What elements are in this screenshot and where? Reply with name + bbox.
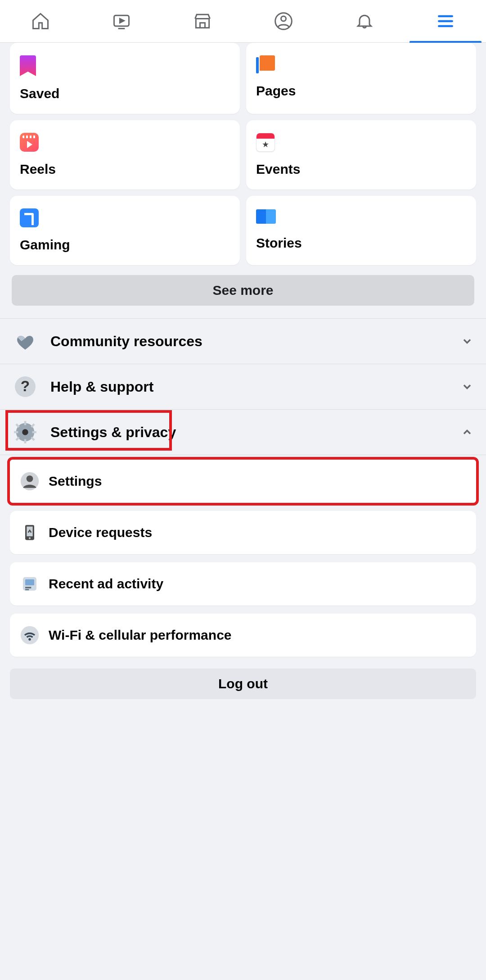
svg-point-28 bbox=[21, 626, 39, 644]
section-title: Help & support bbox=[50, 379, 448, 395]
settings-item-recent-ad-activity[interactable]: Recent ad activity bbox=[10, 562, 476, 605]
log-out-button[interactable]: Log out bbox=[10, 668, 476, 699]
gaming-icon bbox=[20, 208, 39, 227]
svg-rect-27 bbox=[25, 589, 29, 591]
svg-text:?: ? bbox=[21, 378, 30, 394]
settings-item-settings[interactable]: Settings bbox=[10, 460, 476, 503]
svg-rect-10 bbox=[24, 421, 27, 425]
pages-icon bbox=[256, 55, 276, 73]
svg-point-18 bbox=[22, 429, 28, 435]
settings-item-device-requests[interactable]: Device requests bbox=[10, 511, 476, 554]
shortcut-grid: Saved Pages Reels Events Gaming Stories bbox=[0, 43, 486, 275]
nav-watch[interactable] bbox=[81, 0, 162, 42]
svg-point-23 bbox=[29, 537, 31, 539]
section-title: Community resources bbox=[50, 333, 448, 350]
svg-point-29 bbox=[28, 638, 31, 641]
settings-privacy-subitems: Settings Device requests Recent ad activ… bbox=[0, 455, 486, 657]
shortcut-label: Gaming bbox=[20, 237, 230, 253]
nav-home[interactable] bbox=[0, 0, 81, 42]
top-nav bbox=[0, 0, 486, 43]
svg-rect-11 bbox=[24, 439, 27, 443]
shortcut-label: Reels bbox=[20, 162, 230, 177]
section-help-support[interactable]: ? Help & support bbox=[0, 364, 486, 409]
sub-item-label: Wi-Fi & cellular performance bbox=[49, 628, 232, 643]
svg-rect-12 bbox=[14, 431, 18, 434]
svg-rect-13 bbox=[32, 431, 36, 434]
log-out-label: Log out bbox=[218, 676, 268, 691]
device-icon bbox=[20, 523, 40, 542]
shortcut-events[interactable]: Events bbox=[246, 120, 476, 190]
sub-item-label: Settings bbox=[49, 474, 102, 489]
nav-marketplace[interactable] bbox=[162, 0, 243, 42]
svg-rect-22 bbox=[27, 527, 32, 537]
shortcut-pages[interactable]: Pages bbox=[246, 43, 476, 114]
shortcut-gaming[interactable]: Gaming bbox=[10, 196, 240, 265]
settings-profile-icon bbox=[20, 471, 40, 491]
shortcut-reels[interactable]: Reels bbox=[10, 120, 240, 190]
shortcut-label: Saved bbox=[20, 86, 230, 101]
home-icon bbox=[31, 11, 50, 31]
nav-notifications[interactable] bbox=[324, 0, 405, 42]
profile-icon bbox=[274, 11, 293, 31]
shortcut-label: Stories bbox=[256, 235, 466, 251]
sub-item-label: Recent ad activity bbox=[49, 576, 163, 592]
see-more-label: See more bbox=[212, 283, 273, 298]
menu-icon bbox=[436, 11, 455, 31]
nav-menu[interactable] bbox=[405, 0, 486, 42]
settings-item-wifi-cellular[interactable]: Wi-Fi & cellular performance bbox=[10, 614, 476, 657]
stories-icon bbox=[256, 208, 276, 226]
section-community-resources[interactable]: Community resources bbox=[0, 318, 486, 364]
section-settings-privacy[interactable]: Settings & privacy bbox=[0, 409, 486, 455]
shortcut-label: Events bbox=[256, 162, 466, 177]
shortcut-label: Pages bbox=[256, 83, 466, 99]
reels-icon bbox=[20, 133, 39, 152]
svg-point-3 bbox=[281, 16, 286, 21]
bell-icon bbox=[355, 11, 374, 31]
help-icon: ? bbox=[13, 374, 38, 399]
nav-profile[interactable] bbox=[243, 0, 324, 42]
handshake-icon bbox=[13, 329, 38, 354]
wifi-icon bbox=[20, 625, 40, 645]
ad-activity-icon bbox=[20, 574, 40, 594]
sub-item-label: Device requests bbox=[49, 525, 152, 540]
marketplace-icon bbox=[193, 11, 212, 31]
see-more-button[interactable]: See more bbox=[12, 275, 474, 306]
svg-point-20 bbox=[27, 475, 33, 482]
events-icon bbox=[256, 133, 275, 152]
gear-icon bbox=[13, 420, 38, 445]
shortcut-saved[interactable]: Saved bbox=[10, 43, 240, 114]
saved-icon bbox=[20, 55, 36, 76]
shortcut-stories[interactable]: Stories bbox=[246, 196, 476, 265]
chevron-down-icon bbox=[461, 380, 473, 393]
watch-icon bbox=[112, 11, 131, 31]
section-title: Settings & privacy bbox=[50, 424, 448, 441]
svg-rect-26 bbox=[25, 587, 31, 588]
chevron-up-icon bbox=[461, 426, 473, 438]
chevron-down-icon bbox=[461, 335, 473, 348]
svg-rect-25 bbox=[25, 579, 34, 585]
